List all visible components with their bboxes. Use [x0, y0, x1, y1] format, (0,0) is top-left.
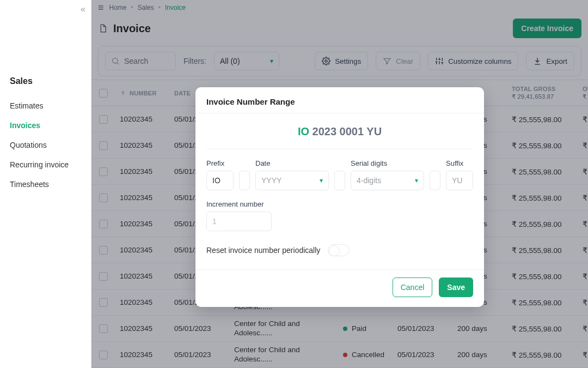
- sidebar: « Sales EstimatesInvoicesQuotationsRecur…: [0, 0, 91, 368]
- serial-placeholder: 4-digits: [357, 176, 381, 185]
- chevron-down-icon: ▾: [320, 177, 323, 184]
- separator-box[interactable]: [334, 171, 345, 190]
- label-reset: Reset invoice number periodically: [206, 246, 320, 255]
- label-serial: Serial digits: [351, 159, 424, 167]
- modal-preview: IO 2023 0001 YU: [195, 113, 484, 143]
- cancel-button[interactable]: Cancel: [393, 277, 433, 297]
- sidebar-item[interactable]: Estimates: [0, 96, 91, 116]
- prefix-input[interactable]: [206, 171, 234, 190]
- increment-input[interactable]: [206, 212, 272, 231]
- suffix-input[interactable]: [446, 171, 473, 190]
- separator-box[interactable]: [239, 171, 250, 190]
- separator-box[interactable]: [430, 171, 440, 190]
- sidebar-item[interactable]: Invoices: [0, 116, 91, 135]
- date-select[interactable]: YYYY ▾: [255, 171, 329, 190]
- label-prefix: Prefix: [206, 159, 234, 167]
- label-increment: Increment number: [206, 200, 272, 208]
- sidebar-item[interactable]: Quotations: [0, 135, 91, 155]
- preview-rest: 2023 0001 YU: [309, 125, 382, 137]
- sidebar-item[interactable]: Recurring invoice: [0, 155, 91, 174]
- reset-periodically-toggle[interactable]: [328, 244, 350, 256]
- modal-scrim[interactable]: Invoice Number Range IO 2023 0001 YU Pre…: [91, 0, 588, 368]
- modal-title: Invoice Number Range: [206, 97, 473, 106]
- serial-digits-select[interactable]: 4-digits ▾: [351, 171, 424, 190]
- label-suffix: Suffix: [446, 159, 473, 167]
- preview-prefix: IO: [298, 125, 309, 137]
- label-date: Date: [255, 159, 329, 167]
- main: ≡ Home • Sales • Invoice Invoice Create …: [91, 0, 588, 368]
- save-button[interactable]: Save: [439, 277, 473, 297]
- invoice-number-range-modal: Invoice Number Range IO 2023 0001 YU Pre…: [195, 87, 484, 307]
- sidebar-section-title: Sales: [0, 5, 91, 96]
- sidebar-item[interactable]: Timesheets: [0, 174, 91, 194]
- sidebar-collapse-icon[interactable]: «: [81, 4, 85, 14]
- date-placeholder: YYYY: [261, 176, 281, 185]
- chevron-down-icon: ▾: [415, 177, 418, 184]
